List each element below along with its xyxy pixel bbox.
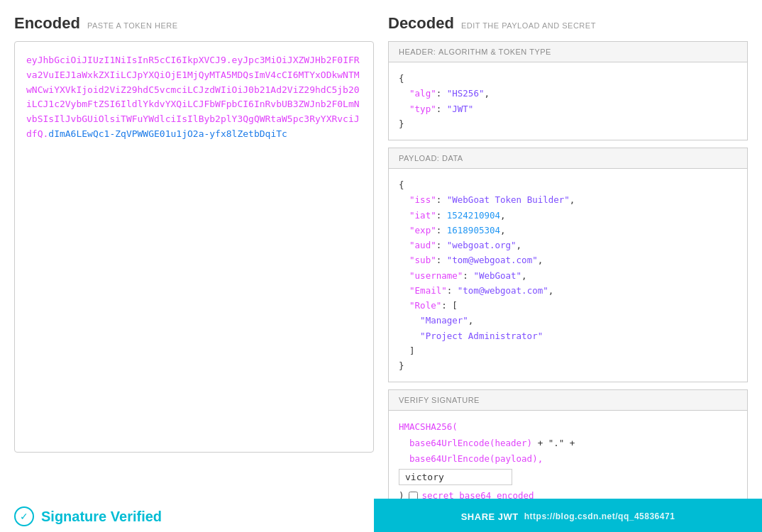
encoded-token-sig: dImA6LEwQc1-ZqVPWWGE01u1jO2a-yfx8lZetbDq… (48, 128, 287, 139)
payload-email-val: "tom@webgoat.com" (458, 285, 548, 296)
payload-role-close: ] (399, 345, 415, 356)
encoded-title-row: Encoded PASTE A TOKEN HERE (14, 14, 374, 33)
header-alg-val: "HS256" (447, 88, 485, 99)
header-typ-colon: : (436, 104, 447, 114)
decoded-title-row: Decoded EDIT THE PAYLOAD AND SECRET (388, 14, 748, 33)
header-typ-val: "JWT" (447, 104, 474, 114)
payload-aud-key: "aud" (399, 240, 436, 250)
header-alg-comma: , (484, 88, 490, 99)
encoded-token-body: eyJpc3MiOiJXZWJHb2F0IFRva2VuIEJ1aWxkZXIi… (26, 55, 360, 139)
header-open-brace: { (399, 73, 404, 84)
verify-section-title: VERIFY SIGNATURE (389, 390, 747, 411)
verify-section-body: HMACSHA256( base64UrlEncode(header) + ".… (389, 411, 747, 512)
encoded-panel: Encoded PASTE A TOKEN HERE eyJhbGciOiJIU… (14, 14, 374, 520)
header-typ-key: "typ" (399, 104, 436, 114)
decoded-subtitle: EDIT THE PAYLOAD AND SECRET (461, 21, 596, 30)
header-label: HEADER: (399, 48, 436, 56)
header-section: HEADER: ALGORITHM & TOKEN TYPE { "alg": … (388, 41, 748, 140)
encoded-title: Encoded (14, 14, 80, 33)
encoded-token-box[interactable]: eyJhbGciOiJIUzI1NiIsInR5cCI6IkpXVCJ9.eyJ… (14, 41, 374, 453)
verify-func-name: HMACSHA256( (399, 421, 458, 432)
payload-iat-val: 1524210904 (447, 210, 500, 221)
payload-open-brace: { (399, 179, 404, 190)
payload-exp-key: "exp" (399, 225, 436, 235)
payload-section-body[interactable]: { "iss": "WebGoat Token Builder", "iat":… (389, 169, 747, 382)
payload-sublabel: DATA (442, 154, 463, 162)
verify-base64-header: base64UrlEncode(header) (399, 438, 532, 448)
payload-iss-val: "WebGoat Token Builder" (447, 194, 570, 205)
payload-close-brace: } (399, 360, 404, 371)
encoded-subtitle: PASTE A TOKEN HERE (87, 21, 178, 30)
header-close-brace: } (399, 118, 404, 129)
header-section-body[interactable]: { "alg": "HS256", "typ": "JWT" } (389, 62, 747, 140)
check-circle-icon: ✓ (14, 506, 34, 526)
header-alg-colon: : (436, 88, 447, 99)
verify-secret-input[interactable] (399, 469, 512, 485)
decoded-title: Decoded (388, 14, 454, 33)
encoded-token-pink: eyJhbGciOiJIUzI1NiIsInR5cCI6IkpXVCJ9. (26, 55, 232, 65)
signature-verified-section: ✓ Signature Verified (0, 506, 374, 526)
payload-sub-key: "sub" (399, 255, 436, 265)
payload-sub-val: "tom@webgoat.com" (447, 255, 538, 265)
header-sublabel: ALGORITHM & TOKEN TYPE (438, 48, 551, 56)
payload-label: PAYLOAD: (399, 154, 439, 162)
signature-verified-text: Signature Verified (41, 509, 162, 525)
payload-role-key: "Role" (399, 300, 441, 311)
verify-base64-payload: base64UrlEncode(payload), (399, 453, 543, 464)
verify-plus1: + "." + (532, 438, 575, 448)
header-alg-key: "alg" (399, 88, 436, 99)
share-url: https://blog.csdn.net/qq_45836471 (524, 511, 675, 521)
verify-section: VERIFY SIGNATURE HMACSHA256( base64UrlEn… (388, 389, 748, 513)
header-section-title: HEADER: ALGORITHM & TOKEN TYPE (389, 42, 747, 62)
payload-section-title: PAYLOAD: DATA (389, 148, 747, 169)
payload-role-manager: "Manager" (399, 315, 468, 326)
payload-role-admin: "Project Administrator" (399, 331, 543, 341)
payload-exp-val: 1618905304 (447, 225, 500, 235)
verify-input-row (399, 469, 737, 485)
decoded-panel: Decoded EDIT THE PAYLOAD AND SECRET HEAD… (388, 14, 748, 520)
payload-aud-val: "webgoat.org" (447, 240, 517, 250)
payload-section: PAYLOAD: DATA { "iss": "WebGoat Token Bu… (388, 148, 748, 382)
payload-email-key: "Email" (399, 285, 447, 296)
bottom-bar: ✓ Signature Verified SHARE JWT https://b… (0, 499, 762, 532)
payload-iat-key: "iat" (399, 210, 436, 221)
verify-label: VERIFY SIGNATURE (399, 396, 480, 404)
payload-username-val: "WebGoat" (473, 270, 521, 281)
share-jwt-button[interactable]: SHARE JWT https://blog.csdn.net/qq_45836… (374, 499, 762, 532)
payload-iss-key: "iss" (399, 194, 436, 205)
payload-username-key: "username" (399, 270, 463, 281)
share-label: SHARE JWT (461, 511, 519, 522)
